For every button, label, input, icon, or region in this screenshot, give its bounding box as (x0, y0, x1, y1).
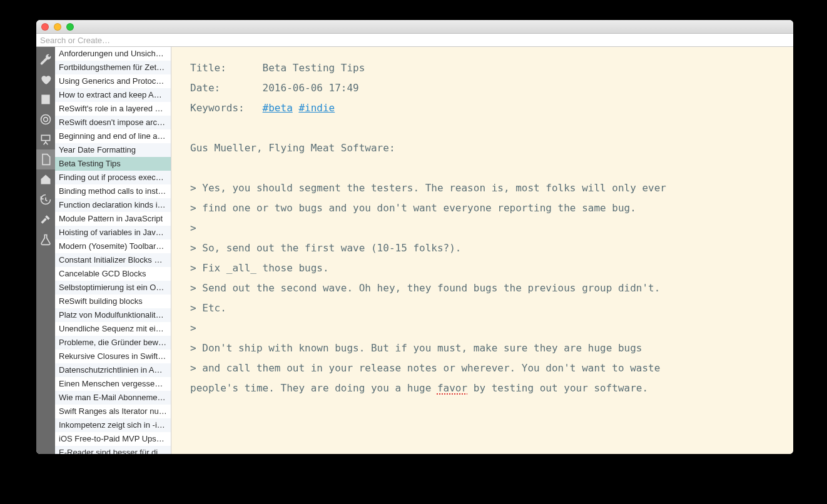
hammer-icon[interactable] (36, 209, 55, 229)
list-item[interactable]: Modern (Yosemite) Toolbar… (55, 239, 171, 253)
spell-error: favor (437, 382, 467, 394)
list-item[interactable]: Using Generics and Protoco… (55, 74, 171, 88)
list-item[interactable]: Cancelable GCD Blocks (55, 267, 171, 281)
body: Anforderungen und Unsich…Fortbildungsthe… (36, 47, 793, 454)
home-icon[interactable] (36, 169, 55, 189)
note-list[interactable]: Anforderungen und Unsich…Fortbildungsthe… (55, 47, 171, 454)
list-item[interactable]: E-Reader sind besser für di… (55, 446, 171, 454)
svg-rect-3 (41, 135, 49, 140)
close-icon[interactable] (41, 23, 49, 31)
list-item[interactable]: Unendliche Sequenz mit ein… (55, 322, 171, 336)
list-item[interactable]: iOS Free-to-Paid MVP Upse… (55, 432, 171, 446)
list-item[interactable]: ReSwift's role in a layered a… (55, 102, 171, 116)
minimize-icon[interactable] (54, 23, 61, 31)
heart-icon[interactable] (36, 69, 55, 89)
list-item[interactable]: Year Date Formatting (55, 143, 171, 157)
list-item[interactable]: Rekursive Closures in Swift… (55, 350, 171, 363)
svg-rect-0 (42, 95, 49, 103)
list-item[interactable]: Wie man E-Mail Abonneme… (55, 391, 171, 405)
list-item[interactable]: Finding out if process exec… (55, 171, 171, 184)
keyword-tag[interactable]: #beta (263, 102, 293, 114)
list-item[interactable]: Binding method calls to inst… (55, 184, 171, 198)
list-item[interactable]: Anforderungen und Unsich… (55, 47, 171, 61)
list-item[interactable]: Constant Initializer Blocks S… (55, 253, 171, 267)
note-editor[interactable]: Title: Beta Testing Tips Date: 2016-06-0… (171, 47, 793, 454)
list-item[interactable]: Swift Ranges als Iterator nu… (55, 405, 171, 418)
wrench-icon[interactable] (36, 49, 55, 69)
icon-rail (36, 47, 55, 454)
list-item[interactable]: Beta Testing Tips (55, 157, 171, 171)
list-item[interactable]: Inkompetenz zeigt sich in -i… (55, 418, 171, 432)
titlebar[interactable] (36, 20, 793, 34)
list-item[interactable]: Function declaration kinds i… (55, 198, 171, 212)
list-item[interactable]: Platz von Modulfunktionalit… (55, 308, 171, 322)
list-item[interactable]: ReSwift building blocks (55, 295, 171, 308)
list-item[interactable]: Module Pattern in JavaScript (55, 212, 171, 226)
svg-point-1 (41, 115, 51, 124)
file-icon[interactable] (36, 149, 55, 169)
search-input[interactable] (36, 34, 793, 46)
target-icon[interactable] (36, 109, 55, 129)
keyword-tag[interactable]: #indie (298, 102, 335, 114)
search-row (36, 34, 793, 47)
book-icon[interactable] (36, 89, 55, 109)
maximize-icon[interactable] (66, 23, 74, 31)
easel-icon[interactable] (36, 129, 55, 149)
list-item[interactable]: Fortbildungsthemen für Zet… (55, 61, 171, 74)
list-item[interactable]: Beginning and end of line a… (55, 129, 171, 143)
list-item[interactable]: Hoisting of variables in Java… (55, 226, 171, 239)
list-item[interactable]: ReSwift doesn't impose arc… (55, 116, 171, 129)
list-item[interactable]: Einen Menschen vergessen… (55, 377, 171, 391)
list-item[interactable]: Probleme, die Gründer bew… (55, 336, 171, 350)
svg-point-2 (44, 118, 48, 122)
flask-icon[interactable] (36, 229, 55, 249)
history-icon[interactable] (36, 189, 55, 209)
list-item[interactable]: Datenschutzrichtlinien in A… (55, 363, 171, 377)
app-window: Anforderungen und Unsich…Fortbildungsthe… (36, 20, 793, 454)
list-item[interactable]: Selbstoptimierung ist ein O… (55, 281, 171, 295)
list-item[interactable]: How to extract and keep AP… (55, 88, 171, 102)
